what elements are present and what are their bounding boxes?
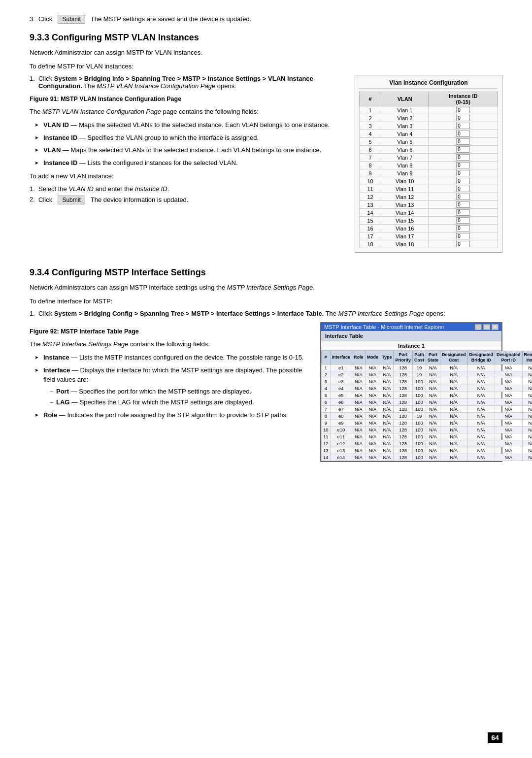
iface-table-row: 1 e1 N/A N/A N/A 128 19 N/A N/A N/A N/A … — [322, 364, 532, 371]
vlan-instance-input[interactable] — [429, 154, 498, 162]
iface-pcost: 100 — [412, 454, 426, 461]
vlan-instance-input[interactable] — [429, 138, 498, 146]
section-933-intro: Network Administrator can assign MSTP fo… — [30, 48, 502, 58]
window-controls[interactable]: _ ▭ ✕ — [475, 324, 499, 330]
iface-dcost: N/A — [440, 371, 468, 378]
iface-pcost: 100 — [412, 426, 426, 433]
iface-num: 3 — [322, 378, 331, 385]
vlan-table-row: 13 Vlan 13 — [360, 201, 498, 209]
iface-role: N/A — [352, 412, 366, 419]
vlan-num: 8 — [360, 162, 381, 169]
vlan-num: 10 — [360, 177, 381, 185]
vlan-name: Vlan 17 — [381, 232, 429, 240]
iface-pcost: 100 — [412, 392, 426, 398]
iface-col-dpid: Designated Port ID — [495, 351, 523, 364]
body-text-934: The MSTP Interface Settings Page contain… — [30, 339, 305, 349]
iface-interface: e11 — [330, 433, 352, 440]
vlan-name: Vlan 6 — [381, 146, 429, 154]
vlan-instance-input[interactable] — [429, 209, 498, 217]
iface-dpid: N/A — [495, 398, 523, 405]
iface-mode: N/A — [365, 392, 380, 398]
vlan-table-row: 17 Vlan 17 — [360, 232, 498, 240]
iface-rhops: N/A — [522, 447, 532, 454]
iface-mode: N/A — [365, 364, 380, 371]
iface-type: N/A — [380, 454, 394, 461]
iface-dpid: N/A — [495, 440, 523, 447]
iface-mode: N/A — [365, 447, 380, 454]
iface-pstate: N/A — [426, 433, 440, 440]
vlan-instance-input[interactable] — [429, 114, 498, 122]
vlan-table-row: 16 Vlan 16 — [360, 225, 498, 232]
iface-rhops: N/A — [522, 433, 532, 440]
iface-table-row: 10 e10 N/A N/A N/A 128 100 N/A N/A N/A N… — [322, 426, 532, 433]
iface-dbid: N/A — [467, 440, 495, 447]
iface-num: 6 — [322, 398, 331, 405]
iface-col-role: Role — [352, 351, 366, 364]
vlan-instance-input[interactable] — [429, 122, 498, 130]
field-instance-id-1: Instance ID — Specifies the VLAN group t… — [34, 133, 340, 143]
iface-role: N/A — [352, 440, 366, 447]
vlan-instance-input[interactable] — [429, 146, 498, 154]
submit-button-add[interactable]: Submit — [58, 196, 85, 204]
vlan-table-row: 6 Vlan 6 — [360, 146, 498, 154]
vlan-name: Vlan 18 — [381, 240, 429, 248]
vlan-name: Vlan 1 — [381, 106, 429, 114]
vlan-name: Vlan 12 — [381, 193, 429, 201]
iface-rhops: N/A — [522, 412, 532, 419]
iface-dpid: N/A — [495, 378, 523, 385]
iface-dpid: N/A — [495, 419, 523, 426]
vlan-instance-input[interactable] — [429, 240, 498, 248]
vlan-table-row: 10 Vlan 10 — [360, 177, 498, 185]
iface-mode: N/A — [365, 440, 380, 447]
iface-num: 7 — [322, 405, 331, 412]
close-button[interactable]: ✕ — [492, 324, 499, 330]
iface-type: N/A — [380, 440, 394, 447]
vlan-name: Vlan 15 — [381, 217, 429, 225]
vlan-num: 14 — [360, 209, 381, 217]
submit-button-step3[interactable]: Submit — [58, 15, 85, 24]
iface-pstate: N/A — [426, 440, 440, 447]
iface-pstate: N/A — [426, 398, 440, 405]
iface-pstate: N/A — [426, 378, 440, 385]
vlan-instance-input[interactable] — [429, 169, 498, 177]
iface-pstate: N/A — [426, 426, 440, 433]
iface-rhops: N/A — [522, 385, 532, 392]
iface-rhops: N/A — [522, 371, 532, 378]
vlan-instance-input[interactable] — [429, 106, 498, 114]
vlan-table-row: 15 Vlan 15 — [360, 217, 498, 225]
iface-dpid: N/A — [495, 447, 523, 454]
vlan-table-row: 5 Vlan 5 — [360, 138, 498, 146]
step3-line: 3. Click Submit The MSTP settings are sa… — [30, 15, 502, 24]
vlan-table-row: 3 Vlan 3 — [360, 122, 498, 130]
iface-type: N/A — [380, 385, 394, 392]
iface-role: N/A — [352, 405, 366, 412]
vlan-instance-input[interactable] — [429, 130, 498, 138]
vlan-name: Vlan 5 — [381, 138, 429, 146]
iface-mode: N/A — [365, 385, 380, 392]
iface-dbid: N/A — [467, 371, 495, 378]
vlan-instance-input[interactable] — [429, 201, 498, 209]
instance-label: Instance 1 — [321, 341, 501, 351]
vlan-instance-input[interactable] — [429, 225, 498, 232]
section-933-to-define: To define MSTP for VLAN instances: — [30, 62, 502, 71]
iface-pstate: N/A — [426, 447, 440, 454]
iface-interface: e10 — [330, 426, 352, 433]
vlan-instance-input[interactable] — [429, 232, 498, 240]
vlan-instance-input[interactable] — [429, 177, 498, 185]
vlan-instance-input[interactable] — [429, 162, 498, 169]
iface-dbid: N/A — [467, 364, 495, 371]
vlan-instance-table: # VLAN Instance ID(0-15) 1 Vlan 1 2 Vlan… — [359, 92, 498, 248]
iface-table-row: 9 e9 N/A N/A N/A 128 100 N/A N/A N/A N/A… — [322, 419, 532, 426]
iface-pcost: 100 — [412, 398, 426, 405]
iface-ppri: 128 — [394, 405, 413, 412]
minimize-button[interactable]: _ — [475, 324, 482, 330]
iface-dpid: N/A — [495, 412, 523, 419]
iface-col-mode: Mode — [365, 351, 380, 364]
vlan-instance-input[interactable] — [429, 185, 498, 193]
vlan-table-row: 9 Vlan 9 — [360, 169, 498, 177]
iface-pstate: N/A — [426, 371, 440, 378]
restore-button[interactable]: ▭ — [483, 324, 490, 330]
iface-dcost: N/A — [440, 378, 468, 385]
vlan-instance-input[interactable] — [429, 193, 498, 201]
vlan-instance-input[interactable] — [429, 217, 498, 225]
